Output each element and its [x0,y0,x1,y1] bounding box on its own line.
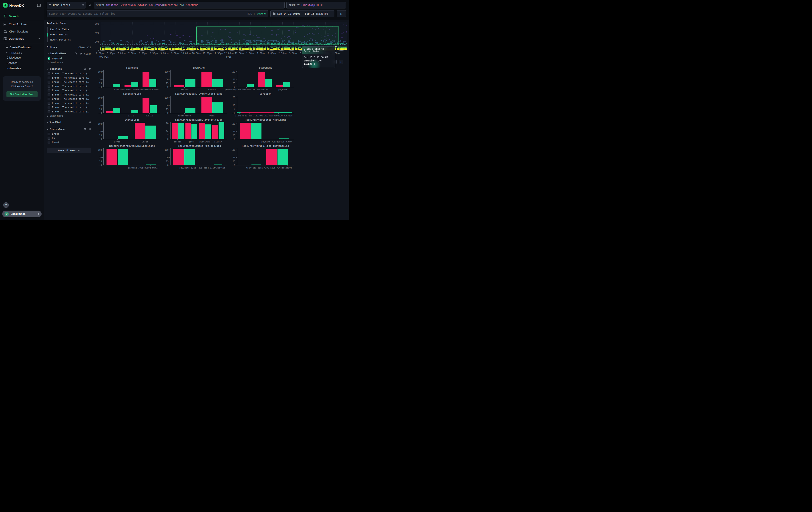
chevron-down-icon[interactable] [47,53,49,54]
bar-pink [143,98,149,113]
checkbox[interactable] [48,137,50,140]
filter-checkbox-item[interactable]: Error [47,132,91,136]
bar-green [132,110,138,113]
checkbox[interactable] [48,141,50,144]
search-icon[interactable] [84,128,86,131]
sidebar-preset-kubernetes[interactable]: Kubernetes [0,66,44,71]
sidebar-preset-clickhouse[interactable]: ClickHouse [0,55,44,60]
checkbox[interactable] [48,85,50,88]
topbar-row-query: Demo Traces SELECT Timestamp, ServiceNam… [47,2,346,8]
filter-load-more-button[interactable]: Load more [47,60,91,64]
heatmap-tooltip: Click & Drag to Select Data Sep 15 5:10:… [302,46,335,68]
checkbox[interactable] [48,77,50,79]
more-filters-button[interactable]: More filters [47,147,91,153]
pin-icon[interactable] [79,52,82,55]
sql-token: / [177,4,178,7]
y-tick-label: 25 [164,108,169,110]
search-icon[interactable] [84,68,86,70]
filter-checkbox-item[interactable]: Error: The credit card (… [47,80,91,84]
source-select[interactable]: Demo Traces [47,2,86,8]
sidebar-item-search[interactable]: Search [0,12,44,21]
pin-icon[interactable] [88,121,91,124]
heatmap-x-tick-label: 12:30am [235,52,244,55]
x-tick-mark [131,113,132,114]
y-tick-mark [169,161,170,161]
local-mode-menu[interactable]: U Local mode [2,211,41,217]
pin-icon[interactable] [88,68,91,70]
checkbox[interactable] [48,133,50,135]
checkbox-checked[interactable] [48,57,50,60]
checkbox[interactable] [48,98,50,100]
checkbox[interactable] [48,106,50,109]
search-input[interactable] [49,12,246,16]
main-content: 02004006006:00pm6:30pm7:00pm7:30pm8:00pm… [94,20,349,220]
chevron-down-icon[interactable] [47,129,49,130]
sidebar-item-label: Dashboards [9,37,24,40]
clear-filter-button[interactable]: Clear [84,52,91,55]
analysis-mode-event-deltas[interactable]: Event Deltas [48,32,91,37]
pin-icon[interactable] [88,128,91,131]
get-started-button[interactable]: Get Started for Free [6,91,37,97]
y-tick-label: 100 [164,71,169,73]
filter-checkbox-item[interactable]: Error: The credit card (… [47,76,91,80]
chart-title: ResourceAttributes.k8s.pod.uid [170,144,228,147]
checkbox[interactable] [48,102,50,105]
analysis-mode-event-patterns[interactable]: Event Patterns [48,37,91,42]
filter-checkbox-item[interactable]: Error: The credit card (… [47,72,91,76]
sql-token: , [184,4,186,7]
chart-title: SpanKind [170,66,228,69]
y-tick-mark [102,150,104,150]
select-clause-input[interactable]: SELECT Timestamp, ServiceName, StatusCod… [94,2,285,8]
x-tick-label: grpc.oteldemo.PaymentService/Charge [114,88,158,91]
mode-sql-toggle[interactable]: SQL [248,12,252,15]
filter-checkbox-item[interactable]: Error: The credit card (… [47,92,91,97]
filter-checkbox-item[interactable]: Error: The credit card (… [47,88,91,92]
run-query-button[interactable]: ▷ [337,10,346,17]
create-dashboard-button[interactable]: Create Dashboard [0,45,44,50]
filter-checkbox-item[interactable]: Error: The credit card (… [47,97,91,101]
x-tick-label: f5344ec9-a1ea-4290-a62a-78f5bee8d90b [246,166,292,169]
filter-checkbox-item[interactable]: Error: The credit card (… [47,105,91,110]
checkbox[interactable] [48,72,50,75]
chevron-down-icon[interactable] [47,68,49,70]
order-by-input[interactable]: ORDER BY Timestamp DESC [286,2,346,8]
topbar-row-search: SQL | Lucene Sep 14 18:00:00 - Sep 15 05… [47,10,346,17]
y-tick-label: 100 [97,149,102,151]
filter-checkbox-item[interactable]: Ok [47,136,91,140]
page-next-button[interactable]: › [339,60,343,64]
x-tick-mark [278,113,279,114]
filter-checkbox-item[interactable]: Error: The credit card (… [47,110,91,114]
checkbox[interactable] [48,110,50,113]
topbar: Demo Traces SELECT Timestamp, ServiceNam… [44,0,349,20]
checkbox[interactable] [48,89,50,92]
checkbox[interactable] [48,93,50,96]
chevron-right-icon[interactable] [47,121,48,123]
sidebar-item-dashboards[interactable]: Dashboards [0,35,44,42]
y-tick-mark [236,161,237,161]
filter-checkbox-item[interactable]: Error: The credit card (… [47,101,91,105]
filter-checkbox-item[interactable]: Unset [47,140,91,144]
order-by-keyword: ORDER BY [289,4,299,6]
sidebar-collapse-icon[interactable] [37,4,41,7]
filter-show-more-button[interactable]: Show more [47,114,91,118]
analysis-mode-results-table[interactable]: Results Table [48,27,91,32]
x-tick-label: mastercard [178,114,191,117]
mode-lucene-toggle[interactable]: Lucene [257,12,266,15]
clear-all-filters-button[interactable]: Clear all [79,46,91,49]
y-tick-label: 5 [230,108,235,110]
filter-checkbox-item[interactable]: payment [47,56,91,60]
help-button[interactable]: ? [3,202,9,208]
sidebar-preset-services[interactable]: Services [0,60,44,66]
sidebar-item-chart-explorer[interactable]: Chart Explorer [0,21,44,28]
hyperdx-logo-icon [3,3,7,7]
source-settings-button[interactable] [88,4,92,7]
filter-checkbox-item[interactable]: Error: The credit card (… [47,84,91,88]
checkbox[interactable] [48,81,50,83]
chart-plot [170,148,225,165]
chevron-right-icon [38,213,39,215]
search-icon[interactable] [75,52,77,55]
presets-toggle[interactable]: PRESETS [0,50,44,55]
filter-group-header: ServiceNameClear [47,51,91,56]
sidebar-item-client-sessions[interactable]: Client Sessions [0,28,44,35]
time-range-picker[interactable]: Sep 14 18:00:00 - Sep 15 05:30:00 [270,10,335,17]
